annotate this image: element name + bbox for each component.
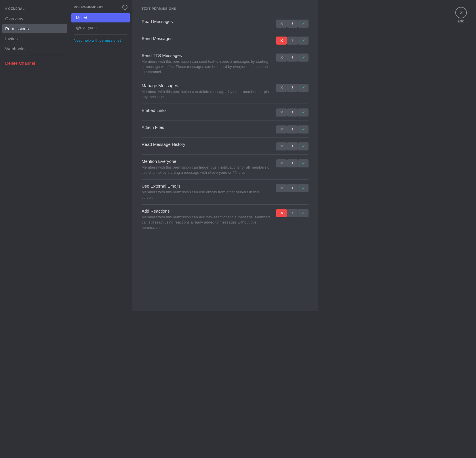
neutral-btn-attach-files[interactable]: / [287, 125, 298, 133]
section-label: TEXT PERMISSIONS [142, 7, 309, 10]
neutral-btn-external-emojis[interactable]: / [287, 184, 298, 192]
neutral-btn-read-messages[interactable]: / [287, 20, 298, 28]
role-item-everyone[interactable]: @everyone [71, 23, 130, 32]
permission-name-send-tts: Send TTS Messages [142, 53, 271, 58]
main-content: TEXT PERMISSIONS Read Messages✕/✓Send Me… [132, 0, 318, 311]
deny-btn-add-reactions[interactable]: ✕ [276, 209, 287, 217]
neutral-btn-mention-everyone[interactable]: / [287, 159, 298, 167]
permission-name-read-messages: Read Messages [142, 19, 271, 24]
role-item-muted[interactable]: Muted [71, 13, 130, 22]
deny-btn-send-messages[interactable]: ✕ [276, 37, 287, 45]
permission-info-embed-links: Embed Links [142, 108, 276, 114]
deny-btn-attach-files[interactable]: ✕ [276, 125, 287, 133]
permission-info-read-messages: Read Messages [142, 19, 276, 25]
sidebar-item-invites[interactable]: Invites [2, 34, 67, 43]
deny-btn-read-messages[interactable]: ✕ [276, 20, 287, 28]
permission-info-mention-everyone: Mention EveryoneMembers with this permis… [142, 159, 276, 175]
permission-row-add-reactions: Add ReactionsMembers with this permissio… [142, 205, 309, 234]
permission-controls-external-emojis: ✕/✓ [276, 184, 309, 192]
allow-btn-add-reactions[interactable]: ✓ [298, 209, 309, 217]
allow-btn-send-messages[interactable]: ✓ [298, 37, 309, 45]
neutral-btn-send-messages[interactable]: / [287, 37, 298, 45]
permission-name-mention-everyone: Mention Everyone [142, 159, 271, 164]
permission-desc-external-emojis: Members with this permission can use emo… [142, 190, 271, 200]
permission-row-send-messages: Send Messages✕/✓ [142, 32, 309, 49]
allow-btn-mention-everyone[interactable]: ✓ [298, 159, 309, 167]
deny-btn-send-tts[interactable]: ✕ [276, 54, 287, 62]
permission-row-send-tts: Send TTS MessagesMembers with this permi… [142, 49, 309, 79]
permission-name-manage-messages: Manage Messages [142, 83, 271, 88]
permission-controls-attach-files: ✕/✓ [276, 125, 309, 133]
permission-info-manage-messages: Manage MessagesMembers with this permiss… [142, 83, 276, 100]
neutral-btn-manage-messages[interactable]: / [287, 84, 298, 92]
sidebar-item-delete-channel[interactable]: Delete Channel [2, 58, 67, 68]
deny-btn-read-message-history[interactable]: ✕ [276, 142, 287, 150]
roles-panel: ROLES/MEMBERS + Muted @everyone Need hel… [69, 0, 132, 311]
permission-name-send-messages: Send Messages [142, 36, 271, 41]
permission-name-attach-files: Attach Files [142, 125, 271, 130]
neutral-btn-send-tts[interactable]: / [287, 54, 298, 62]
neutral-btn-embed-links[interactable]: / [287, 108, 298, 117]
help-link[interactable]: Need help with permissions? [69, 37, 132, 44]
deny-btn-mention-everyone[interactable]: ✕ [276, 159, 287, 167]
sidebar-divider [5, 56, 64, 56]
roles-header: ROLES/MEMBERS + [69, 0, 132, 13]
permission-name-add-reactions: Add Reactions [142, 209, 271, 213]
permission-controls-read-message-history: ✕/✓ [276, 142, 309, 150]
add-role-icon[interactable]: + [122, 5, 127, 10]
sidebar-item-overview[interactable]: Overview [2, 14, 67, 23]
permission-desc-add-reactions: Members with this permission can add new… [142, 215, 271, 230]
allow-btn-manage-messages[interactable]: ✓ [298, 84, 309, 92]
permission-info-attach-files: Attach Files [142, 125, 276, 131]
allow-btn-embed-links[interactable]: ✓ [298, 108, 309, 117]
sidebar-item-webhooks[interactable]: Webhooks [2, 44, 67, 54]
permission-row-attach-files: Attach Files✕/✓ [142, 121, 309, 138]
permissions-list: Read Messages✕/✓Send Messages✕/✓Send TTS… [142, 15, 309, 234]
permission-controls-manage-messages: ✕/✓ [276, 84, 309, 92]
allow-btn-external-emojis[interactable]: ✓ [298, 184, 309, 192]
deny-btn-embed-links[interactable]: ✕ [276, 108, 287, 117]
permission-name-read-message-history: Read Message History [142, 142, 271, 147]
roles-header-label: ROLES/MEMBERS [74, 5, 104, 9]
permission-desc-manage-messages: Members with this permission can delete … [142, 89, 271, 100]
roles-divider [74, 35, 127, 35]
permission-controls-send-tts: ✕/✓ [276, 54, 309, 62]
sidebar-item-permissions[interactable]: Permissions [2, 24, 67, 33]
allow-btn-read-messages[interactable]: ✓ [298, 20, 309, 28]
permission-info-read-message-history: Read Message History [142, 142, 276, 148]
deny-btn-external-emojis[interactable]: ✕ [276, 184, 287, 192]
permission-name-external-emojis: Use External Emojis [142, 184, 271, 188]
permission-controls-read-messages: ✕/✓ [276, 20, 309, 28]
permission-info-send-messages: Send Messages [142, 36, 276, 42]
neutral-btn-add-reactions[interactable]: / [287, 209, 298, 217]
permission-desc-send-tts: Members with this permission can send te… [142, 59, 271, 75]
allow-btn-attach-files[interactable]: ✓ [298, 125, 309, 133]
allow-btn-send-tts[interactable]: ✓ [298, 54, 309, 62]
permission-controls-add-reactions: ✕/✓ [276, 209, 309, 217]
permission-controls-send-messages: ✕/✓ [276, 37, 309, 45]
channel-header: # GENERAL [2, 5, 67, 13]
permission-info-external-emojis: Use External EmojisMembers with this per… [142, 184, 276, 200]
permission-row-external-emojis: Use External EmojisMembers with this per… [142, 180, 309, 204]
permission-row-embed-links: Embed Links✕/✓ [142, 104, 309, 121]
permission-info-add-reactions: Add ReactionsMembers with this permissio… [142, 209, 276, 230]
permission-desc-mention-everyone: Members with this permission can trigger… [142, 165, 271, 175]
sidebar: # GENERAL Overview Permissions Invites W… [0, 0, 69, 311]
allow-btn-read-message-history[interactable]: ✓ [298, 142, 309, 150]
permission-row-mention-everyone: Mention EveryoneMembers with this permis… [142, 155, 309, 180]
permission-row-manage-messages: Manage MessagesMembers with this permiss… [142, 79, 309, 104]
permission-name-embed-links: Embed Links [142, 108, 271, 113]
permission-controls-mention-everyone: ✕/✓ [276, 159, 309, 167]
permission-row-read-messages: Read Messages✕/✓ [142, 15, 309, 32]
permission-row-read-message-history: Read Message History✕/✓ [142, 138, 309, 155]
permission-controls-embed-links: ✕/✓ [276, 108, 309, 117]
neutral-btn-read-message-history[interactable]: / [287, 142, 298, 150]
deny-btn-manage-messages[interactable]: ✕ [276, 84, 287, 92]
permission-info-send-tts: Send TTS MessagesMembers with this permi… [142, 53, 276, 75]
